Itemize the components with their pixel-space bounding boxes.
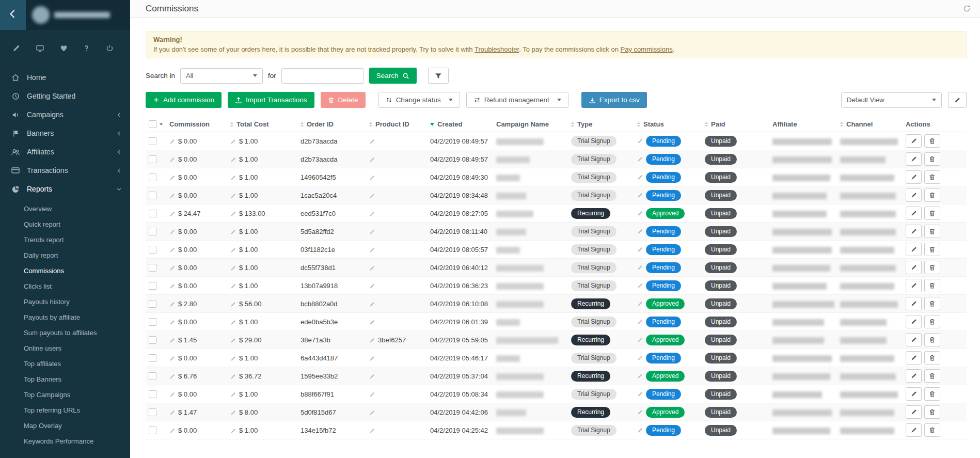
edit-row-button[interactable] [906,423,922,437]
inline-edit-pencil-icon[interactable] [637,211,643,216]
inline-edit-pencil-icon[interactable] [169,247,175,253]
row-checkbox[interactable] [149,336,156,344]
inline-edit-pencil-icon[interactable] [230,356,236,361]
row-checkbox[interactable] [149,282,156,290]
sidebar-item-affiliates[interactable]: Affiliates [0,143,130,161]
delete-row-button[interactable] [924,315,940,328]
delete-row-button[interactable] [924,225,940,238]
submenu-item-top-affiliates[interactable]: Top affiliates [0,356,130,372]
column-header-affiliate[interactable]: Affiliate [769,117,837,132]
inline-edit-pencil-icon[interactable] [169,338,175,343]
inline-edit-pencil-icon[interactable] [369,410,375,416]
column-header-total-cost[interactable]: Total Cost [227,117,297,132]
delete-row-button[interactable] [924,243,940,256]
sort-icon[interactable] [301,122,304,127]
row-checkbox[interactable] [149,372,156,380]
inline-edit-pencil-icon[interactable] [230,193,236,199]
inline-edit-pencil-icon[interactable] [230,283,236,289]
submenu-item-clicks-list[interactable]: Clicks list [0,279,130,294]
inline-edit-pencil-icon[interactable] [169,211,175,217]
inline-edit-pencil-icon[interactable] [637,156,643,162]
inline-edit-pencil-icon[interactable] [369,302,375,307]
edit-row-button[interactable] [906,333,922,346]
submenu-item-sum-payouts-to-affiliates[interactable]: Sum payouts to affiliates [0,325,130,341]
row-checkbox[interactable] [149,246,156,254]
submenu-item-payouts-history[interactable]: Payouts history [0,294,130,310]
edit-row-button[interactable] [906,405,922,419]
troubleshooter-link[interactable]: Troubleshooter [475,45,519,53]
inline-edit-pencil-icon[interactable] [369,157,375,163]
sidebar-item-getting-started[interactable]: Getting Started [0,87,130,105]
column-header-campaign-name[interactable]: Campaign Name [493,117,568,132]
delete-row-button[interactable] [924,279,940,292]
inline-edit-pencil-icon[interactable] [169,139,175,145]
inline-edit-pencil-icon[interactable] [169,229,175,235]
refund-management-dropdown[interactable]: Refund management [466,92,568,108]
inline-edit-pencil-icon[interactable] [369,428,375,434]
inline-edit-pencil-icon[interactable] [637,138,643,144]
inline-edit-pencil-icon[interactable] [369,392,375,398]
submenu-item-commissions[interactable]: Commissions [0,263,130,279]
inline-edit-pencil-icon[interactable] [637,337,643,343]
column-header-order-id[interactable]: Order ID [297,117,366,132]
inline-edit-pencil-icon[interactable] [369,338,375,343]
inline-edit-pencil-icon[interactable] [369,247,375,253]
inline-edit-pencil-icon[interactable] [637,409,643,415]
delete-row-button[interactable] [924,387,940,401]
inline-edit-pencil-icon[interactable] [637,355,643,361]
inline-edit-pencil-icon[interactable] [169,392,175,398]
inline-edit-pencil-icon[interactable] [230,265,236,271]
delete-row-button[interactable] [924,152,940,166]
search-button[interactable]: Search [369,68,417,84]
monitor-icon[interactable] [36,44,44,53]
inline-edit-pencil-icon[interactable] [169,356,175,361]
search-in-select[interactable]: All [180,68,263,84]
inline-edit-pencil-icon[interactable] [637,428,643,433]
row-checkbox[interactable] [149,318,156,326]
row-checkbox[interactable] [149,228,156,235]
inline-edit-pencil-icon[interactable] [230,410,236,416]
edit-row-button[interactable] [906,261,922,274]
column-header-type[interactable]: Type [568,117,634,132]
inline-edit-pencil-icon[interactable] [637,373,643,379]
delete-row-button[interactable] [924,333,940,346]
submenu-item-trends-report[interactable]: Trends report [0,232,130,248]
inline-edit-pencil-icon[interactable] [169,428,175,434]
edit-row-button[interactable] [906,279,922,292]
row-checkbox[interactable] [149,390,156,398]
power-icon[interactable] [106,44,114,53]
inline-edit-pencil-icon[interactable] [169,193,175,199]
edit-view-button[interactable] [948,92,967,108]
row-checkbox[interactable] [149,264,156,272]
inline-edit-pencil-icon[interactable] [637,265,643,271]
column-header-channel[interactable]: Channel [837,117,903,132]
row-checkbox[interactable] [149,210,156,217]
edit-row-button[interactable] [906,152,922,166]
inline-edit-pencil-icon[interactable] [169,320,175,325]
edit-row-button[interactable] [906,243,922,256]
column-header-paid[interactable]: Paid [702,117,769,132]
edit-row-button[interactable] [906,369,922,383]
submenu-item-keywords-performance[interactable]: Keywords Performance [0,434,130,449]
edit-row-button[interactable] [906,387,922,401]
search-input[interactable] [281,68,364,84]
submenu-item-top-referring-urls[interactable]: Top referring URLs [0,403,130,418]
delete-row-button[interactable] [924,423,940,437]
delete-row-button[interactable] [924,134,940,148]
row-checkbox[interactable] [149,408,156,416]
inline-edit-pencil-icon[interactable] [369,320,375,325]
delete-row-button[interactable] [924,188,940,202]
pay-commissions-link[interactable]: Pay commissions [621,45,673,53]
sort-icon[interactable] [230,122,233,127]
row-checkbox[interactable] [149,300,156,308]
sort-icon[interactable] [637,122,640,127]
submenu-item-top-campaigns[interactable]: Top Campaigns [0,387,130,403]
import-transactions-button[interactable]: Import Transactions [228,92,314,108]
delete-row-button[interactable] [924,405,940,419]
inline-edit-pencil-icon[interactable] [230,229,236,235]
inline-edit-pencil-icon[interactable] [369,229,375,235]
view-select[interactable]: Default View [841,92,942,108]
submenu-item-payouts-by-affiliate[interactable]: Payouts by affiliate [0,310,130,325]
sort-icon[interactable] [571,122,574,127]
refresh-icon[interactable] [963,5,971,12]
